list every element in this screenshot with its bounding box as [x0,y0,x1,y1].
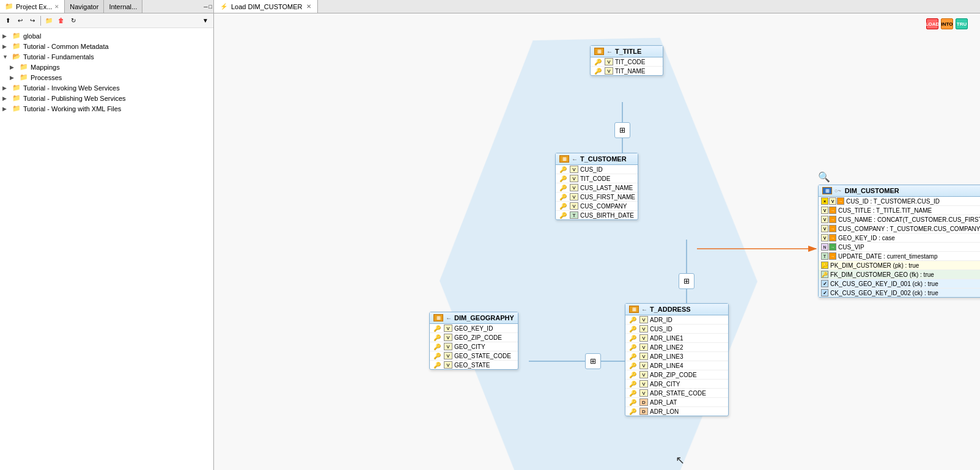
output-row-geo-key-id: V → GEO_KEY_ID : case [819,233,980,243]
mapping-icon: → [829,234,836,241]
col-adr-state-code: 🔑 V ADR_STATE_CODE [625,389,728,398]
type-n-icon: N [821,243,828,251]
col-adr-id: 🔑 V ADR_ID [625,315,728,325]
dim-customer-output: ⊞ ○~ DIM_CUSTOMER × V → CUS_ID : T_CUSTO… [818,185,980,298]
col-geo-zip-code: 🔑 V GEO_ZIP_CODE [430,333,518,342]
col-icon: 🔑 [558,193,568,200]
col-cus-first-name: 🔑 V CUS_FIRST_NAME [556,193,638,202]
dim-customer-header[interactable]: ⊞ ○~ DIM_CUSTOMER [819,185,980,197]
expand-xml-files[interactable]: ▶ [2,106,10,112]
col-geo-city: 🔑 V GEO_CITY [430,342,518,351]
col-adr-cus-id: 🔑 V CUS_ID [625,325,728,334]
table-icon: ⊞ [629,306,639,313]
maximize-icon[interactable]: □ [209,4,212,10]
new-folder-btn[interactable]: 📁 [43,15,54,26]
cursor: ↖ [676,453,685,467]
col-icon: 🔑 [558,166,568,173]
col-adr-line2: 🔑 V ADR_LINE2 [625,343,728,352]
join-connector-1[interactable]: ⊞ [614,122,630,138]
tree-item-mappings[interactable]: ▶ 📁 Mappings [7,62,213,72]
col-cus-company: 🔑 V CUS_COMPANY [556,202,638,211]
tree-item-invoking[interactable]: ▶ 📁 Tutorial - Invoking Web Services [0,83,213,93]
col-cus-id: 🔑 V CUS_ID [556,165,638,174]
ck-icon: ✓ [821,280,828,287]
t-address-header[interactable]: ⊞ ← T_ADDRESS [625,304,728,315]
col-icon: 🔑 [558,211,568,219]
output-row-cus-title: V → CUS_TITLE : T_TITLE.TIT_NAME [819,206,980,215]
right-panel: ⚡ Load DIM_CUSTOMER ✕ ⊞ ← T_TITLE 🔑 V TI… [214,0,980,470]
type-t-icon: T [821,252,828,260]
col-cus-birth-date: 🔑 T CUS_BIRTH_DATE [556,211,638,219]
join-connector-3[interactable]: ⊞ [585,353,601,369]
expand-global[interactable]: ▶ [2,33,10,39]
close-tab-icon[interactable]: ✕ [54,4,59,10]
expand-common-meta[interactable]: ▶ [2,43,10,50]
editor-tabs: ⚡ Load DIM_CUSTOMER ✕ [214,0,980,13]
col-adr-lat: 🔑 D ADR_LAT [625,398,728,407]
expand-mappings[interactable]: ▶ [10,64,17,70]
dim-geography-header[interactable]: ⊞ ← DIM_GEOGRAPHY [430,312,518,324]
dropdown-btn[interactable]: ▼ [200,15,211,26]
type-v-icon: V [821,216,828,223]
tru-btn[interactable]: TRU [956,18,968,29]
canvas-toolbar: LOAD INTO TRU [926,18,968,29]
t-title-header[interactable]: ⊞ ← T_TITLE [591,46,663,57]
expand-processes[interactable]: ▶ [10,75,17,81]
into-btn[interactable]: INTO [941,18,953,29]
tab-internal[interactable]: Internal... [104,0,142,13]
tab-load-dim-customer[interactable]: ⚡ Load DIM_CUSTOMER ✕ [214,0,318,13]
t-customer-header[interactable]: ⊞ ← T_CUSTOMER [556,153,638,165]
tree-item-xml-files[interactable]: ▶ 📁 Tutorial - Working with XML Files [0,103,213,114]
join-connector-2[interactable]: ⊞ [679,273,694,289]
col-geo-key-id: 🔑 V GEO_KEY_ID [430,324,518,333]
expand-invoking[interactable]: ▶ [2,85,10,91]
col-cus-last-name: 🔑 V CUS_LAST_NAME [556,183,638,193]
col-icon: 🔑 [593,58,603,65]
refresh-btn[interactable]: ↻ [68,15,79,26]
type-v-icon: V [821,225,828,232]
collapse-all-btn[interactable]: ⬆ [2,15,13,26]
col-icon: 🔑 [558,202,568,210]
ck-icon2: ✓ [821,289,828,296]
output-table-icon: ⊞ [822,187,832,194]
tab-project-explorer[interactable]: 📁 Project Ex... ✕ [0,0,65,13]
col-geo-state: 🔑 V GEO_STATE [430,361,518,369]
col-tit-code2: 🔑 V TIT_CODE [556,174,638,183]
table-t-address: ⊞ ← T_ADDRESS 🔑 V ADR_ID 🔑 V CUS_ID 🔑 V … [625,303,729,416]
mapping-icon: → [837,197,844,205]
project-icon: 📁 [5,2,13,10]
col-icon: 🔑 [593,67,603,75]
col-adr-zip-code: 🔑 V ADR_ZIP_CODE [625,370,728,380]
tab-navigator[interactable]: Navigator [65,0,104,13]
constraint-fk-geo: 🔑 FK_DIM_CUSTOMER_GEO (fk) : true [819,270,980,279]
back-btn[interactable]: ↩ [15,15,26,26]
output-row-cus-id: × V → CUS_ID : T_CUSTOMER.CUS_ID [819,197,980,206]
expand-publishing[interactable]: ▶ [2,95,10,101]
tree-item-fundamentals[interactable]: ▼ 📂 Tutorial - Fundamentals [0,51,213,62]
canvas-area[interactable]: ⊞ ← T_TITLE 🔑 V TIT_CODE 🔑 V TIT_NAME ⊞ … [214,13,980,470]
delete-btn[interactable]: 🗑 [56,15,67,26]
tree-item-publishing[interactable]: ▶ 📁 Tutorial - Publishing Web Services [0,93,213,103]
constraint-pk: 🔑 PK_DIM_CUSTOMER (pk) : true [819,261,980,270]
expand-fundamentals[interactable]: ▼ [2,54,10,60]
tree-item-processes[interactable]: ▶ 📁 Processes [7,72,213,83]
mapping-icon: → [829,225,836,232]
panel-tabs: 📁 Project Ex... ✕ Navigator Internal... … [0,0,213,13]
close-editor-tab[interactable]: ✕ [306,3,311,10]
col-tit-name: 🔑 V TIT_NAME [591,67,663,75]
load-btn[interactable]: LOAD [926,18,938,29]
type-v-icon: V [821,207,828,214]
col-icon: 🔑 [432,334,442,341]
panel-toolbar: ⬆ ↩ ↪ 📁 🗑 ↻ ▼ [0,13,213,28]
table-icon: ⊞ [433,314,443,321]
minimize-icon[interactable]: ─ [204,4,207,10]
constraint-ck-001: ✓ CK_CUS_GEO_KEY_ID_001 (ck) : true [819,279,980,288]
tree-item-global[interactable]: ▶ 📁 global [0,31,213,41]
col-adr-line3: 🔑 V ADR_LINE3 [625,352,728,361]
col-geo-state-code: 🔑 V GEO_STATE_CODE [430,351,518,361]
fk-icon: 🔑 [821,271,828,278]
table-t-title: ⊞ ← T_TITLE 🔑 V TIT_CODE 🔑 V TIT_NAME [590,45,663,76]
tree-item-common-meta[interactable]: ▶ 📁 Tutorial - Common Metadata [0,41,213,51]
canvas-search-icon[interactable]: 🔍 [818,171,830,183]
forward-btn[interactable]: ↪ [27,15,38,26]
